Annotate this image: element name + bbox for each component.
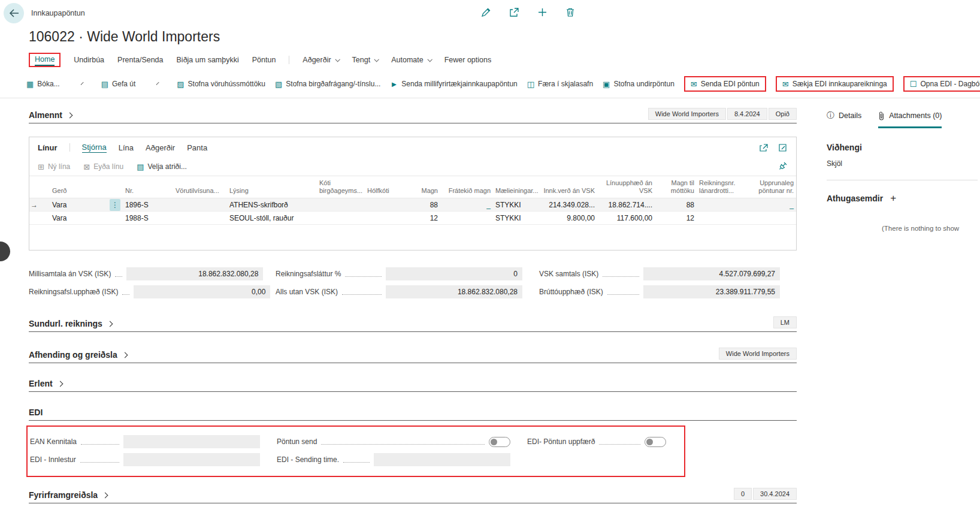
section-general-toggle[interactable]: Almennt	[29, 110, 72, 120]
prepayment-pct-chip[interactable]: 0	[734, 488, 752, 500]
tab-attachments[interactable]: Attachments (0)	[878, 110, 942, 128]
tab-bidja-um-sampykki[interactable]: Biðja um samþykki	[177, 56, 239, 64]
cell-qty[interactable]: 12	[403, 214, 441, 222]
section-edi-toggle[interactable]: EDI	[29, 408, 43, 417]
section-prepayment-toggle[interactable]: Fyrirframgreiðsla	[29, 490, 107, 500]
prepayment-date-chip[interactable]: 30.4.2024	[753, 488, 797, 500]
add-icon[interactable]	[537, 7, 548, 17]
col-reikningsnr[interactable]: Reikningsnr. lánardrotti...	[698, 179, 746, 195]
cell-unit-cost[interactable]: 214.349.028...	[541, 201, 598, 209]
table-row[interactable]: Vara 1988-S SEOUL-stóll, rauður 12 STYKK…	[29, 212, 796, 225]
cell-line-amount[interactable]: 117.600,00	[598, 214, 656, 222]
col-nr[interactable]: Nr.	[124, 187, 174, 195]
subtotal-value[interactable]: 18.862.832.080,28	[126, 267, 263, 280]
general-date-chip[interactable]: 8.4.2024	[727, 108, 767, 120]
total-excl-vat-value[interactable]: 18.862.832.080,28	[386, 285, 522, 298]
col-lysing[interactable]: Lýsing	[228, 187, 318, 195]
table-row[interactable]: → Vara ⋮ 1896-S ATHENS-skrifborð 88 _ ST…	[29, 198, 796, 212]
cell-description[interactable]: ATHENS-skrifborð	[228, 201, 318, 209]
cell-uom[interactable]: STYKKI	[494, 214, 541, 222]
lines-menu-panta[interactable]: Panta	[187, 143, 207, 152]
section-foreign-toggle[interactable]: Erlent	[29, 379, 62, 388]
tab-prenta-senda[interactable]: Prenta/Senda	[117, 56, 163, 64]
select-items-button[interactable]: ▤ Velja atriði...	[137, 162, 187, 171]
add-note-button[interactable]: +	[890, 192, 896, 204]
order-sent-toggle[interactable]	[489, 437, 510, 447]
col-maelieiningar[interactable]: Mælieiningar...	[494, 187, 541, 195]
col-upprunaleg[interactable]: Upprunaleg pöntunar nr.	[746, 179, 797, 195]
cell-type[interactable]: Vara	[51, 214, 108, 222]
edit-icon[interactable]	[481, 7, 491, 17]
invoice-discount-pct-value[interactable]: 0	[386, 267, 522, 280]
share-icon[interactable]	[759, 143, 769, 152]
lines-menu-adgerdir[interactable]: Aðgerðir	[146, 143, 175, 152]
new-line-button[interactable]: ⊞ Ný lína	[38, 162, 70, 171]
post-dropdown-icon[interactable]	[80, 82, 83, 85]
cell-description[interactable]: SEOUL-stóll, rauður	[228, 214, 318, 222]
share-icon[interactable]	[509, 7, 519, 17]
create-whse-receipt-button[interactable]: ▨ Stofna vöruhússmóttöku	[177, 80, 265, 88]
general-vendor-chip[interactable]: Wide World Importers	[648, 108, 726, 120]
create-inventory-putaway-button[interactable]: ▧ Stofna birgðafrágang/-tínslu...	[275, 80, 380, 88]
fewer-options[interactable]: Fewer options	[444, 56, 492, 64]
col-magn-til-mottoku[interactable]: Magn til móttöku	[656, 179, 698, 195]
delete-line-button[interactable]: ⊠ Eyða línu	[83, 162, 123, 171]
send-edi-order-button[interactable]: ✉ Senda EDI pöntun	[684, 76, 766, 92]
menu-adgerdir[interactable]: Aðgerðir	[303, 56, 338, 64]
cell-reserved-qty[interactable]: _	[441, 201, 494, 209]
tab-home[interactable]: Home	[35, 55, 55, 66]
tab-undirbua[interactable]: Undirbúa	[74, 56, 104, 64]
create-suborder-button[interactable]: ▣ Stofna undirpöntun	[603, 80, 674, 88]
shipping-payment-chip[interactable]: Wide World Importers	[719, 348, 797, 360]
release-button[interactable]: ▤ Gefa út	[101, 80, 136, 88]
vat-total-value[interactable]: 4.527.079.699,27	[643, 267, 780, 280]
row-menu-icon[interactable]: ⋮	[110, 199, 120, 211]
cell-line-amount[interactable]: 18.862.714....	[598, 201, 656, 209]
breadcrumb[interactable]: Innkaupapöntun	[31, 9, 85, 17]
documents-link[interactable]: Skjöl	[827, 159, 980, 168]
edi-order-updated-toggle[interactable]	[645, 437, 666, 447]
tab-pontun[interactable]: Pöntun	[252, 56, 276, 64]
section-shipping-payment-toggle[interactable]: Afhending og greiðsla	[29, 350, 127, 360]
cell-qty-to-receive[interactable]: 88	[656, 201, 698, 209]
fetch-edi-invoices-button[interactable]: ✉ Sækja EDI innkaupareikninga	[776, 76, 894, 92]
col-linuupphaed[interactable]: Línuupphæð án VSK	[598, 179, 656, 195]
col-innkverd[interactable]: Innk.verð án VSK	[541, 187, 598, 195]
total-incl-vat-value[interactable]: 23.389.911.779,55	[643, 285, 780, 298]
invoice-discount-amount-value[interactable]: 0,00	[134, 285, 270, 298]
move-to-archive-button[interactable]: ◫ Færa í skjalasafn	[527, 80, 593, 88]
cell-uom[interactable]: STYKKI	[494, 201, 541, 209]
cell-qty-to-receive[interactable]: 12	[656, 214, 698, 222]
col-magn[interactable]: Magn	[403, 187, 441, 195]
lines-menu-stjorna[interactable]: Stjórna	[82, 143, 107, 153]
cell-qty[interactable]: 88	[403, 201, 441, 209]
menu-automate[interactable]: Automate	[391, 56, 431, 64]
open-edi-journal-button[interactable]: ☐ Opna EDI - Dagbók	[903, 76, 980, 92]
col-gerd[interactable]: Gerð	[51, 187, 108, 195]
edi-sending-time-input[interactable]	[374, 453, 510, 466]
cell-type[interactable]: Vara	[51, 201, 108, 209]
col-koti-birgdageyms[interactable]: Kóti birgðageyms...	[318, 179, 366, 195]
send-intercompany-po-button[interactable]: ► Senda millifyrirtækjainnkaupapöntun	[390, 80, 517, 88]
invoice-details-chip[interactable]: LM	[773, 316, 797, 328]
edi-import-input[interactable]	[123, 453, 260, 466]
menu-tengt[interactable]: Tengt	[352, 56, 379, 64]
section-invoice-details-toggle[interactable]: Sundurl. reiknings	[29, 319, 112, 328]
release-dropdown-icon[interactable]	[156, 82, 159, 85]
tab-details[interactable]: ⓘ Details	[827, 110, 861, 128]
col-fratekid-magn[interactable]: Frátekið magn	[441, 187, 494, 195]
open-in-new-window-icon[interactable]	[778, 143, 788, 152]
back-button[interactable]	[4, 3, 24, 23]
general-status-chip[interactable]: Opið	[769, 108, 797, 120]
ean-input[interactable]	[123, 435, 260, 448]
pin-icon[interactable]	[779, 161, 788, 172]
col-vorutilvisun[interactable]: Vörutilvísuna...	[174, 187, 228, 195]
col-holfkoti[interactable]: Hólfkóti	[366, 187, 403, 195]
post-button[interactable]: ▦ Bóka...	[26, 80, 60, 88]
lines-menu-lina[interactable]: Lína	[119, 143, 134, 152]
cell-unit-cost[interactable]: 9.800,00	[541, 214, 598, 222]
delete-icon[interactable]	[565, 7, 575, 17]
cell-no[interactable]: 1988-S	[124, 214, 174, 222]
cell-no[interactable]: 1896-S	[124, 201, 174, 209]
cell-original-order[interactable]: _	[746, 201, 797, 209]
